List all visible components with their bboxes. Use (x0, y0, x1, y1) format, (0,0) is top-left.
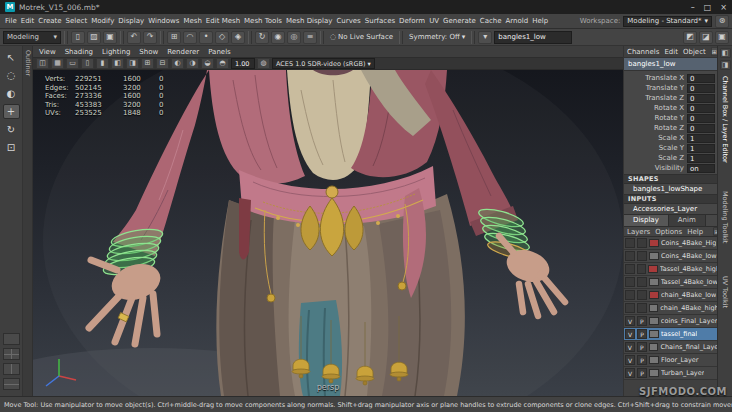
no-live-surface-indicator[interactable]: ◌ No Live Surface (327, 33, 396, 41)
layer-playback-toggle[interactable]: P (637, 342, 647, 352)
highlight-selection-mode-icon[interactable]: ◩ (683, 31, 697, 44)
input-node-name[interactable]: Accessories_Layer (624, 204, 717, 214)
selected-object-name[interactable]: bangles1_low (624, 58, 717, 71)
channel-name[interactable]: Scale Y (626, 144, 687, 152)
maximize-button[interactable]: □ (704, 3, 712, 12)
channel-value[interactable]: 0 (687, 84, 715, 93)
channel-name[interactable]: Rotate X (626, 104, 687, 112)
menu-file[interactable]: File (3, 17, 19, 25)
menu-deform[interactable]: Deform (397, 17, 427, 25)
menu-generate[interactable]: Generate (441, 17, 478, 25)
layout-single-pane-button[interactable] (3, 333, 20, 345)
layer-visibility-toggle[interactable]: V (625, 355, 635, 365)
layer-playback-toggle[interactable] (637, 264, 647, 274)
tab-edit[interactable]: Edit (664, 48, 678, 56)
scale-tool-icon[interactable]: ⊡ (3, 140, 20, 155)
layer-visibility-toggle[interactable] (625, 303, 635, 313)
viewport-3d[interactable]: Verts:22925116000 Edges:50214532000 Face… (33, 70, 623, 396)
workspace-settings-icon[interactable]: ⊛ (715, 15, 729, 28)
layer-color-swatch[interactable] (649, 304, 659, 312)
sidebar-toggle-icon[interactable]: ◧ (720, 48, 731, 58)
menu-mesh[interactable]: Mesh (181, 17, 203, 25)
tab-uv-toolkit[interactable]: UV Toolkit (721, 276, 729, 308)
frame-all-icon[interactable]: ⊞ (141, 58, 154, 69)
menu-mesh-tools[interactable]: Mesh Tools (242, 17, 284, 25)
layer-row[interactable]: VPFloor_Layer (624, 354, 717, 367)
snap-to-curves-icon[interactable]: ◠ (183, 31, 197, 44)
layer-playback-toggle[interactable] (637, 303, 647, 313)
layer-playback-toggle[interactable]: P (637, 355, 647, 365)
layer-row[interactable]: chain_4Bake_high (624, 302, 717, 315)
menu-mesh-display[interactable]: Mesh Display (284, 17, 334, 25)
layer-playback-toggle[interactable]: P (637, 368, 647, 378)
layout-persp-outliner-button[interactable] (3, 378, 20, 390)
ambient-occlusion-icon[interactable]: ◒ (201, 58, 214, 69)
open-scene-icon[interactable]: ▨ (87, 31, 101, 44)
layer-playback-toggle[interactable] (637, 290, 647, 300)
frame-selection-icon[interactable]: ⊟ (156, 58, 169, 69)
menu-set-dropdown[interactable]: Modeling ▾ (3, 31, 61, 44)
layer-row-selected[interactable]: VPtassel_final (624, 328, 717, 341)
channel-value[interactable]: 0 (687, 74, 715, 83)
render-icon[interactable]: ◉ (271, 31, 285, 44)
layer-visibility-toggle[interactable]: V (625, 342, 635, 352)
motion-blur-icon[interactable]: ◓ (216, 58, 229, 69)
rotate-tool-icon[interactable]: ↻ (3, 122, 20, 137)
layer-color-swatch[interactable] (649, 356, 659, 364)
menu-modify[interactable]: Modify (89, 17, 116, 25)
selection-field-mode-icon[interactable]: ▾ (478, 31, 492, 44)
grid-icon[interactable]: ▦ (51, 58, 64, 69)
layer-color-swatch[interactable] (649, 291, 659, 299)
channel-value[interactable]: 1 (687, 134, 715, 143)
lasso-tool-icon[interactable]: ◌ (3, 68, 20, 83)
menu-layer-help[interactable]: Help (687, 228, 703, 236)
layer-color-swatch[interactable] (649, 278, 659, 286)
shape-node-name[interactable]: bangles1_lowShape (624, 184, 717, 194)
layer-color-swatch[interactable] (649, 343, 659, 351)
menu-select[interactable]: Select (64, 17, 90, 25)
tab-channel-box-layer-editor[interactable]: Channel Box / Layer Editor (721, 76, 729, 163)
layout-two-pane-button[interactable] (3, 363, 20, 375)
channel-name[interactable]: Rotate Z (626, 124, 687, 132)
layer-visibility-toggle[interactable] (625, 290, 635, 300)
layer-color-swatch[interactable] (649, 330, 659, 338)
resolution-gate-icon[interactable]: ▯ (81, 58, 94, 69)
layer-row[interactable]: VPTurban_Layer (624, 367, 717, 380)
menu-edit-mesh[interactable]: Edit Mesh (204, 17, 242, 25)
layer-visibility-toggle[interactable] (625, 251, 635, 261)
film-gate-icon[interactable]: ▭ (66, 58, 79, 69)
tab-anim[interactable]: Anim (669, 215, 706, 226)
channel-value[interactable]: 1 (687, 144, 715, 153)
component-selection-mask-icon[interactable]: ▣ (715, 31, 729, 44)
menu-display[interactable]: Display (116, 17, 146, 25)
panel-menu-shading[interactable]: Shading (65, 48, 93, 56)
workspace-panel-icon[interactable]: ◨ (720, 60, 731, 70)
construction-history-icon[interactable]: ↻ (255, 31, 269, 44)
tab-modeling-toolkit[interactable]: Modeling Toolkit (721, 191, 729, 243)
menu-curves[interactable]: Curves (334, 17, 362, 25)
undo-icon[interactable]: ↶ (127, 31, 141, 44)
quick-selection-input[interactable] (494, 31, 572, 44)
view-transform-dropdown[interactable]: ACES 1.0 SDR-video (sRGB) ▾ (272, 58, 375, 69)
save-scene-icon[interactable]: ▣ (103, 31, 117, 44)
render-settings-icon[interactable]: ≡ (303, 31, 317, 44)
layer-visibility-toggle[interactable]: V (625, 316, 635, 326)
close-button[interactable]: × (720, 3, 727, 12)
layer-color-swatch[interactable] (649, 252, 659, 260)
move-tool-icon[interactable]: + (3, 104, 20, 119)
lighting-icon[interactable]: ◐ (171, 58, 184, 69)
color-management-icon[interactable]: ◍ (257, 58, 270, 69)
layer-row[interactable]: Coins_4Bake_low (624, 250, 717, 263)
tab-object[interactable]: Object (683, 48, 706, 56)
camera-lock-icon[interactable]: ◫ (36, 58, 49, 69)
panel-menu-lighting[interactable]: Lighting (102, 48, 130, 56)
layer-color-swatch[interactable] (649, 369, 659, 377)
paint-select-tool-icon[interactable]: ◐ (3, 86, 20, 101)
channel-name[interactable]: Scale Z (626, 154, 687, 162)
channel-name[interactable]: Translate Y (626, 84, 687, 92)
snap-to-points-icon[interactable]: • (199, 31, 213, 44)
minimize-button[interactable]: – (691, 3, 695, 12)
menu-layers[interactable]: Layers (627, 228, 650, 236)
layer-visibility-toggle[interactable] (625, 277, 635, 287)
layer-row[interactable]: VPChains_final_Laye (624, 341, 717, 354)
